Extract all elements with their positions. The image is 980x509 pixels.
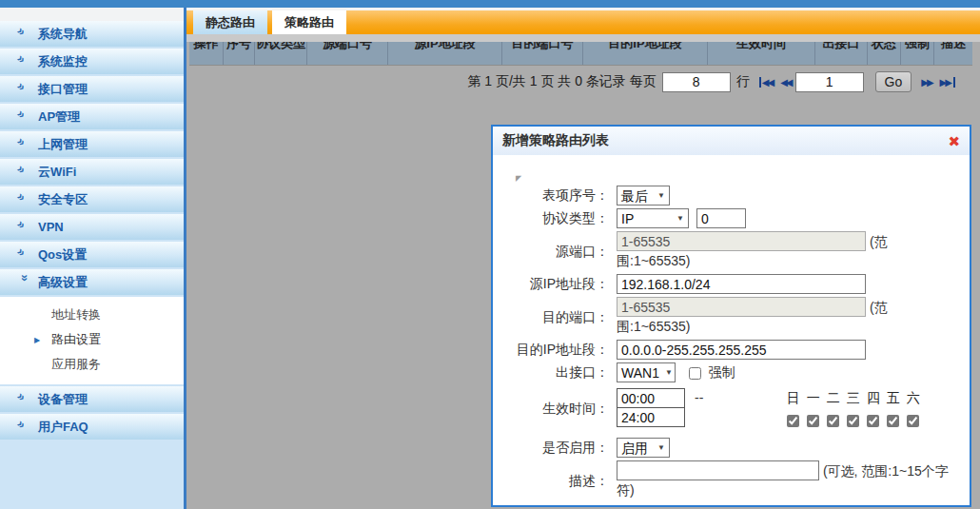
sidebar-item-cloud-wifi[interactable]: » 云WiFi [0,159,184,185]
protocol-row: 协议类型： IP ▼ [493,208,970,228]
day-label: 四 [867,388,880,407]
col-active-time: 生效时间 [708,42,815,65]
chevron-icon: » [14,24,35,45]
go-button[interactable]: Go [875,71,912,92]
active-arrow-icon: ▶ [34,336,46,344]
src-ip-input[interactable] [617,274,866,294]
sidebar-item-advanced-settings[interactable]: » 高级设置 [0,269,184,295]
sidebar-item-label: 接口管理 [38,81,88,98]
prev-page-icon[interactable]: ◀◀ [780,77,791,88]
sidebar-subitem-route-settings[interactable]: ▶ 路由设置 [0,327,184,352]
sidebar-item-vpn[interactable]: » VPN [0,214,184,240]
sidebar-item-label: 系统导航 [38,26,88,43]
pagination-bar: 第 1 页/共 1 页 共 0 条记录 每页 行 ◀◀ ◀◀ Go ▶▶ ▶▶ [186,66,980,98]
tab-label: 静态路由 [206,14,255,31]
entry-order-row: 表项序号： 最后 ▼ [493,186,970,206]
sidebar-item-label: 用户FAQ [38,419,88,436]
src-port-label: 源端口： [493,231,617,271]
sidebar-item-system-nav[interactable]: » 系统导航 [0,21,184,47]
src-ip-row: 源IP地址段： [493,274,970,294]
protocol-number-input[interactable] [696,208,746,228]
sidebar-subitem-nat[interactable]: ▶ 地址转换 [0,303,184,327]
force-label: 强制 [709,364,735,380]
col-action: 操作 [189,42,224,65]
time-separator: -- [695,388,703,428]
out-iface-value: WAN1 [621,363,659,382]
tab-policy-route[interactable]: 策略路由 [272,10,346,34]
sidebar-item-ap-mgmt[interactable]: » AP管理 [0,104,184,129]
per-page-input[interactable] [662,72,731,92]
enabled-label: 是否启用： [493,438,617,458]
entry-order-select[interactable]: 最后 ▼ [617,186,670,206]
sidebar-subitem-app-service[interactable]: ▶ 应用服务 [0,352,184,377]
enabled-select[interactable]: 启用 ▼ [617,438,670,458]
chevron-icon: » [14,51,35,72]
dst-ip-label: 目的IP地址段： [493,340,617,360]
day-tuesday-checkbox[interactable] [827,415,839,427]
next-page-icon[interactable]: ▶▶ [921,77,931,88]
end-time-input[interactable] [617,407,685,427]
start-time-input[interactable] [617,388,685,408]
rows-unit-label: 行 [736,73,750,90]
day-friday-checkbox[interactable] [887,415,899,427]
day-saturday-checkbox[interactable] [907,415,919,427]
day-friday: 五 [883,388,903,428]
day-tuesday: 二 [823,388,843,428]
active-time-row: 生效时间： -- 日 一 [493,388,970,428]
sidebar-item-label: 系统监控 [38,53,88,70]
day-label: 三 [847,388,860,407]
first-page-icon[interactable]: ◀◀ [759,77,773,88]
tab-static-route[interactable]: 静态路由 [193,10,267,34]
sidebar-item-qos[interactable]: » Qos设置 [0,242,184,267]
sidebar-nav: » 系统导航 » 系统监控 » 接口管理 » AP管理 » 上网管理 » 云Wi… [0,8,184,509]
advanced-settings-submenu: ▶ 地址转换 ▶ 路由设置 ▶ 应用服务 [0,297,184,384]
col-status: 状态 [868,42,901,65]
chevron-icon: » [14,245,35,265]
protocol-select[interactable]: IP ▼ [617,208,689,228]
last-page-icon[interactable]: ▶▶ [940,77,955,88]
src-port-input [617,231,866,251]
force-checkbox[interactable] [689,367,701,380]
sidebar-item-system-monitor[interactable]: » 系统监控 [0,49,184,74]
day-thursday-checkbox[interactable] [867,415,879,427]
caret-down-icon: ▼ [665,363,673,382]
sidebar-item-label: 云WiFi [38,164,76,181]
sidebar-item-interface-mgmt[interactable]: » 接口管理 [0,76,184,102]
subitem-label: 路由设置 [51,331,101,348]
src-port-row: 源端口： (范围:1~65535) [493,231,970,271]
chevron-icon: » [14,217,35,238]
sidebar-top-gap [0,8,184,21]
chevron-icon: » [14,417,35,438]
col-out-iface: 出接口 [815,42,868,65]
policy-route-table-header: 操作 序号 协议类型 源端口号 源IP地址段 目的端口号 目的IP地址段 生效时… [189,42,972,66]
dst-ip-input[interactable] [617,340,866,360]
chevron-icon: » [14,389,35,410]
out-iface-label: 出接口： [493,362,617,382]
sidebar-item-internet-mgmt[interactable]: » 上网管理 [0,131,184,157]
route-tabbar: 静态路由 策略路由 [186,10,980,34]
subitem-label: 地址转换 [51,306,101,323]
day-wednesday-checkbox[interactable] [847,415,859,427]
close-icon[interactable]: ✖ [948,134,960,148]
col-dst-port: 目的端口号 [502,42,583,65]
day-monday-checkbox[interactable] [807,415,819,427]
stray-mark: ◤ [516,174,521,180]
protocol-value: IP [621,209,634,228]
col-force: 强制 [901,42,934,65]
day-sunday-checkbox[interactable] [787,415,799,427]
desc-input[interactable] [617,460,819,480]
weekday-checkbox-group: 日 一 二 三 四 [783,388,923,428]
out-iface-select[interactable]: WAN1 ▼ [617,362,676,382]
dialog-titlebar: 新增策略路由列表 ✖ [493,127,970,155]
sidebar-item-security-zone[interactable]: » 安全专区 [0,186,184,212]
tab-label: 策略路由 [284,14,334,31]
day-sunday: 日 [783,388,803,428]
sidebar-item-device-mgmt[interactable]: » 设备管理 [0,386,184,412]
dst-ip-row: 目的IP地址段： [493,340,970,360]
day-thursday: 四 [863,388,883,428]
dst-port-row: 目的端口： (范围:1~65535) [493,297,970,337]
page-number-input[interactable] [795,72,864,92]
day-label: 六 [907,388,920,407]
enabled-row: 是否启用： 启用 ▼ [493,438,970,458]
sidebar-item-user-faq[interactable]: » 用户FAQ [0,414,184,440]
